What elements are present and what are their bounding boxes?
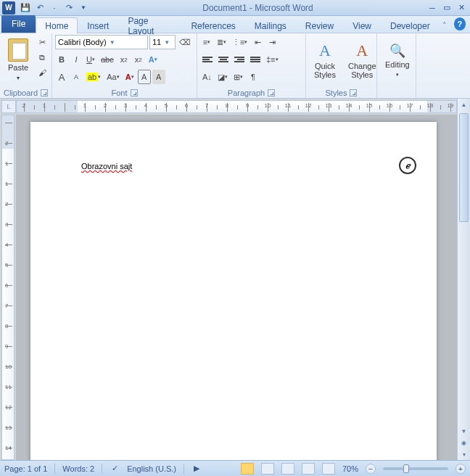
- save-icon[interactable]: 💾: [19, 1, 32, 15]
- change-case-button[interactable]: Aa▾: [104, 70, 121, 84]
- annotation-badge[interactable]: ℯ: [399, 157, 416, 174]
- vertical-scrollbar[interactable]: ▲ ▼ ◉ ▾: [457, 99, 470, 460]
- increase-indent-button[interactable]: ⇥: [265, 35, 279, 49]
- tab-review[interactable]: Review: [296, 17, 343, 33]
- zoom-knob[interactable]: [403, 464, 409, 473]
- group-font: Calibri (Body)▼ 11▼ ⌫ B I U▾ abc x2 x2 A…: [52, 33, 197, 98]
- align-center-icon: [218, 57, 228, 62]
- multilevel-button[interactable]: ⋮≡▾: [230, 35, 250, 49]
- styles-launcher[interactable]: [350, 89, 357, 97]
- outdent-icon: ⇤: [255, 38, 261, 47]
- file-tab[interactable]: File: [1, 15, 36, 33]
- highlight-button[interactable]: ab▾: [84, 70, 103, 84]
- title-bar: W 💾 ↶ · ↷ ▼ Document1 - Microsoft Word ─…: [0, 0, 470, 16]
- outline-view[interactable]: [302, 463, 315, 475]
- clipboard-launcher[interactable]: [41, 89, 48, 97]
- shrink-font-button[interactable]: A: [70, 70, 83, 84]
- web-layout-view[interactable]: [281, 463, 294, 475]
- redo-icon[interactable]: ↷: [62, 1, 75, 15]
- scroll-down-icon[interactable]: ▼: [458, 425, 470, 437]
- tab-view[interactable]: View: [343, 17, 381, 33]
- minimize-ribbon-icon[interactable]: ˄: [440, 21, 450, 30]
- scroll-thumb[interactable]: [459, 113, 469, 222]
- quick-styles-icon: A: [319, 41, 331, 60]
- minimize-icon[interactable]: ─: [426, 1, 439, 15]
- justify-button[interactable]: [248, 52, 263, 67]
- tab-home[interactable]: Home: [36, 17, 78, 33]
- shading-button[interactable]: ◪▾: [215, 70, 230, 84]
- bold-button[interactable]: B: [55, 52, 68, 67]
- font-family-combo[interactable]: Calibri (Body)▼: [55, 35, 148, 49]
- char-border-button[interactable]: A: [138, 70, 151, 84]
- document-text[interactable]: Obrazovni sajt: [81, 162, 132, 171]
- char-shading-button[interactable]: A: [152, 70, 165, 84]
- zoom-in-button[interactable]: +: [455, 464, 466, 474]
- full-screen-view[interactable]: [261, 463, 274, 475]
- paragraph-launcher[interactable]: [268, 89, 275, 97]
- zoom-out-button[interactable]: −: [366, 464, 376, 474]
- page[interactable]: Obrazovni sajt ℯ: [30, 122, 437, 460]
- workspace: L 2112345678910111213141516171819 211234…: [0, 99, 470, 460]
- scroll-up-icon[interactable]: ▲: [458, 99, 470, 110]
- proofing-icon[interactable]: ✓: [110, 464, 120, 474]
- strike-button[interactable]: abc: [99, 52, 116, 67]
- undo-icon[interactable]: ↶: [33, 1, 46, 15]
- prev-page-icon[interactable]: ◉: [458, 437, 470, 448]
- qat-customize-icon[interactable]: ▼: [77, 1, 90, 15]
- bullets-button[interactable]: ≡▾: [200, 35, 213, 49]
- copy-button[interactable]: ⧉: [36, 50, 49, 65]
- horizontal-ruler[interactable]: 2112345678910111213141516171819: [16, 100, 457, 113]
- tab-developer[interactable]: Developer: [381, 17, 440, 33]
- italic-button[interactable]: I: [70, 52, 83, 67]
- help-icon[interactable]: ?: [454, 17, 466, 30]
- language-status[interactable]: English (U.S.): [127, 464, 176, 473]
- tab-mailings[interactable]: Mailings: [245, 17, 296, 33]
- text-effects-button[interactable]: A▾: [147, 52, 160, 67]
- editing-button[interactable]: 🔍 Editing▾: [380, 35, 415, 86]
- font-color-button[interactable]: A▾: [123, 70, 136, 84]
- font-size-combo[interactable]: 11▼: [149, 35, 176, 49]
- sort-button[interactable]: A↓: [200, 70, 214, 84]
- cut-button[interactable]: ✂: [36, 35, 49, 49]
- font-launcher[interactable]: [131, 89, 138, 97]
- word-count[interactable]: Words: 2: [62, 464, 94, 473]
- format-painter-button[interactable]: 🖌: [36, 65, 49, 80]
- document-viewport[interactable]: Obrazovni sajt ℯ: [16, 115, 457, 460]
- paste-button[interactable]: Paste ▾: [3, 35, 33, 86]
- close-icon[interactable]: ✕: [455, 1, 468, 15]
- show-marks-button[interactable]: ¶: [247, 70, 260, 84]
- tab-references[interactable]: References: [181, 17, 244, 33]
- decrease-indent-button[interactable]: ⇤: [251, 35, 264, 49]
- group-editing: 🔍 Editing▾: [377, 33, 416, 98]
- align-right-button[interactable]: [232, 52, 247, 67]
- draft-view[interactable]: [322, 463, 335, 475]
- align-left-button[interactable]: [200, 52, 215, 67]
- vertical-ruler[interactable]: 21123456789101112131415: [1, 115, 15, 460]
- ruler-corner[interactable]: L: [1, 100, 16, 113]
- print-layout-view[interactable]: [241, 463, 254, 475]
- tab-insert[interactable]: Insert: [78, 17, 118, 33]
- numbering-button[interactable]: ≣▾: [215, 35, 228, 49]
- underline-button[interactable]: U▾: [84, 52, 97, 67]
- tab-page-layout[interactable]: Page Layout: [118, 17, 181, 33]
- change-styles-button[interactable]: A Change Styles: [343, 35, 382, 86]
- align-right-icon: [234, 57, 244, 62]
- copy-icon: ⧉: [39, 53, 45, 62]
- change-styles-icon: A: [356, 41, 368, 60]
- clear-format-button[interactable]: ⌫: [177, 35, 193, 49]
- line-spacing-button[interactable]: ‡≡▾: [264, 52, 281, 67]
- grow-font-button[interactable]: A: [55, 70, 68, 84]
- quick-styles-button[interactable]: A Quick Styles: [309, 35, 341, 86]
- next-page-icon[interactable]: ▾: [458, 448, 470, 460]
- subscript-button[interactable]: x2: [118, 52, 131, 67]
- page-status[interactable]: Page: 1 of 1: [4, 464, 47, 473]
- paste-icon: [8, 38, 28, 62]
- zoom-level[interactable]: 70%: [342, 464, 358, 473]
- maximize-icon[interactable]: ▭: [440, 1, 453, 15]
- align-center-button[interactable]: [216, 52, 231, 67]
- borders-button[interactable]: ⊞▾: [231, 70, 245, 84]
- word-app-icon[interactable]: W: [2, 1, 15, 15]
- superscript-button[interactable]: x2: [132, 52, 145, 67]
- zoom-slider[interactable]: [383, 467, 448, 470]
- macro-icon[interactable]: ▶: [191, 464, 202, 474]
